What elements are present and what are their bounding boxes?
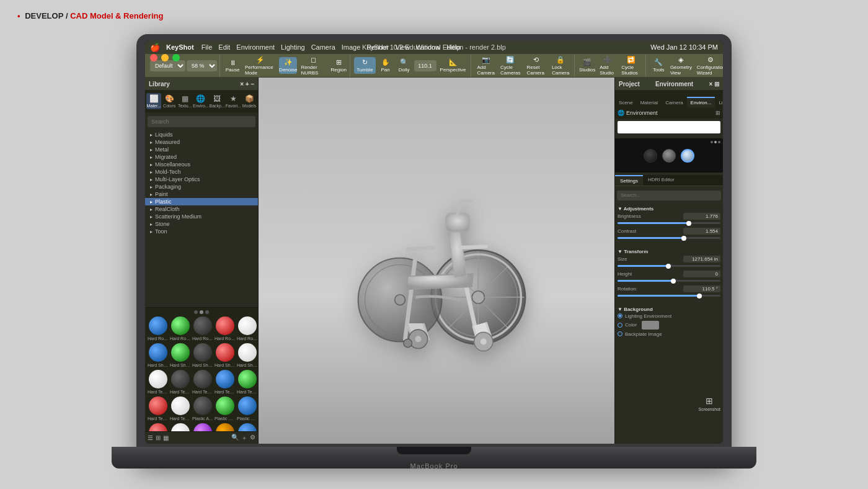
mat-cell[interactable]: Hard Shin... <box>237 343 258 367</box>
performance-mode-btn[interactable]: ⚡Performance Mode <box>242 55 278 77</box>
mat-cell[interactable]: Plastic Cl... <box>170 423 191 431</box>
mat-item-moldtech[interactable]: Mold-Tech <box>145 168 258 176</box>
cycle-studios-btn[interactable]: 🔁Cycle Studios <box>619 55 643 77</box>
list-view-btn[interactable]: ☰ <box>148 434 153 441</box>
size-slider[interactable] <box>618 265 720 267</box>
mat-item-packaging[interactable]: Packaging <box>145 183 258 191</box>
settings-gear-btn[interactable]: ⚙ <box>250 434 255 442</box>
mat-item-misc[interactable]: Miscellaneous <box>145 161 258 168</box>
tab-models[interactable]: 📦Models <box>242 93 257 109</box>
menu-file[interactable]: File <box>202 43 213 51</box>
mat-item-multilayer[interactable]: Multi-Layer Optics <box>145 176 258 183</box>
mat-cell[interactable]: Plastic Cl... <box>237 397 258 421</box>
tab-lighting[interactable]: Lighting <box>715 97 723 107</box>
mat-cell[interactable]: Plastic Cl... <box>237 423 258 431</box>
pause-btn[interactable]: ⏸Pause <box>224 58 241 74</box>
zoom-select[interactable]: 58 % <box>187 60 217 71</box>
contrast-value[interactable]: 1.554 <box>683 228 720 235</box>
color-swatch[interactable] <box>642 321 659 330</box>
viewport[interactable] <box>259 78 614 444</box>
mat-cell[interactable]: Hard Shin... <box>215 343 236 367</box>
color-radio[interactable] <box>618 323 622 328</box>
menu-lighting[interactable]: Lighting <box>281 43 305 51</box>
tumble-btn[interactable]: ↻Tumble <box>354 57 375 74</box>
tab-backplates[interactable]: 🖼Backp... <box>210 93 225 109</box>
maximize-button[interactable] <box>172 54 180 61</box>
add-btn[interactable]: ＋ <box>241 434 247 442</box>
zoom-value-input[interactable] <box>414 60 436 71</box>
menu-edit[interactable]: Edit <box>218 43 230 51</box>
mat-cell[interactable]: Plastic Ac... <box>192 397 213 421</box>
adjustments-toggle[interactable]: ▼ Adjustments <box>618 205 720 213</box>
mat-cell[interactable]: Hard Text... <box>170 370 191 394</box>
reset-camera-btn[interactable]: ⟲Reset Camera <box>524 55 548 77</box>
render-nurbs-btn[interactable]: ◻Render NURBS <box>298 55 329 77</box>
size-value[interactable]: 1271.654 in <box>683 256 720 262</box>
mat-cell[interactable]: Hard Roug... <box>170 316 191 341</box>
transform-toggle[interactable]: ▼ Transform <box>618 248 720 256</box>
backplate-radio[interactable] <box>618 331 622 336</box>
mat-cell[interactable]: Hard Roug... <box>237 316 258 341</box>
lighting-env-radio[interactable] <box>618 313 622 318</box>
settings-subtab[interactable]: Settings <box>615 175 643 186</box>
mat-cell[interactable]: Hard Text... <box>148 397 169 421</box>
minimize-button[interactable] <box>161 54 169 61</box>
tab-scene[interactable]: Scene <box>615 97 637 107</box>
cycle-cameras-btn[interactable]: 🔄Cycle Cameras <box>498 55 523 77</box>
rotation-slider[interactable] <box>618 295 720 297</box>
apple-menu[interactable]: 🍎 <box>150 43 160 52</box>
add-camera-btn[interactable]: 📷Add Camera <box>475 55 497 77</box>
tab-colors[interactable]: 🎨Colors <box>162 93 177 109</box>
tab-environments[interactable]: 🌐Enviro... <box>193 93 208 109</box>
mat-cell[interactable]: Hard Shin... <box>170 343 191 367</box>
mat-item-realcloth[interactable]: RealCloth <box>145 205 258 213</box>
search-btn[interactable]: 🔍 <box>231 434 239 442</box>
grid-view-btn[interactable]: ⊞ <box>156 434 161 441</box>
mat-item-metal[interactable]: Metal <box>145 146 258 153</box>
close-button[interactable] <box>150 54 157 61</box>
mat-cell[interactable]: Plastic Cl... <box>148 423 169 431</box>
library-search-input[interactable] <box>148 116 255 127</box>
mat-cell[interactable]: Hard Text... <box>148 370 169 394</box>
mat-cell[interactable]: Hard Roug... <box>192 316 213 341</box>
brightness-value[interactable]: 1.776 <box>683 213 720 220</box>
studios-btn[interactable]: 🎬Studios <box>578 57 596 74</box>
region-btn[interactable]: ⊞Region <box>330 57 347 74</box>
mat-cell[interactable]: Hard Text... <box>215 370 236 394</box>
pan-btn[interactable]: ✋Pan <box>377 57 394 74</box>
mat-cell[interactable]: Hard Roug... <box>148 316 169 341</box>
tab-environment[interactable]: Environ... <box>687 97 715 107</box>
mat-cell[interactable]: Hard Text... <box>192 370 213 394</box>
mat-cell[interactable]: Plastic Cl... <box>192 423 213 431</box>
screenshot-btn[interactable]: ⊞ Screenshot <box>699 396 720 411</box>
geometry-view-btn[interactable]: ◈Geometry View <box>668 55 693 77</box>
mat-cell[interactable]: Plastic Cl... <box>215 397 236 421</box>
large-grid-btn[interactable]: ▦ <box>163 434 169 441</box>
rotation-value[interactable]: 110.5 ° <box>683 285 720 292</box>
mat-item-plastic[interactable]: Plastic <box>145 198 258 205</box>
height-value[interactable]: 0 <box>683 271 720 277</box>
configurator-btn[interactable]: ⚙Configurator Wizard <box>695 55 723 77</box>
menu-environment[interactable]: Environment <box>236 43 275 51</box>
mat-cell[interactable]: Hard Text... <box>237 370 258 394</box>
background-toggle[interactable]: ▼ Background <box>618 305 720 313</box>
tools-btn[interactable]: 🔧Tools <box>650 57 667 74</box>
mat-cell[interactable]: Hard Text... <box>170 397 191 421</box>
hdri-editor-subtab[interactable]: HDRI Editor <box>643 175 680 186</box>
denoise-btn[interactable]: ✨Denoise <box>279 57 297 74</box>
mat-item-measured[interactable]: Measured <box>145 138 258 146</box>
mat-cell[interactable]: Hard Shin... <box>192 343 213 367</box>
tab-material[interactable]: Material <box>637 97 662 107</box>
env-search-input[interactable] <box>617 191 721 200</box>
tab-camera[interactable]: Camera <box>662 97 686 107</box>
contrast-slider[interactable] <box>618 237 720 239</box>
lock-camera-btn[interactable]: 🔒Lock Camera <box>549 55 572 77</box>
perspective-btn[interactable]: 📐Perspective <box>438 57 469 74</box>
tab-textures[interactable]: ▦Textu... <box>177 93 192 109</box>
env-name-field[interactable] <box>618 121 720 133</box>
panel-controls[interactable]: × ⊞ <box>709 81 719 87</box>
mat-cell[interactable]: Hard Shin... <box>148 343 169 367</box>
tab-favorites[interactable]: ★Favori... <box>226 93 241 109</box>
mat-item-stone[interactable]: Stone <box>145 220 258 228</box>
dolly-btn[interactable]: 🔍Dolly <box>396 57 413 74</box>
